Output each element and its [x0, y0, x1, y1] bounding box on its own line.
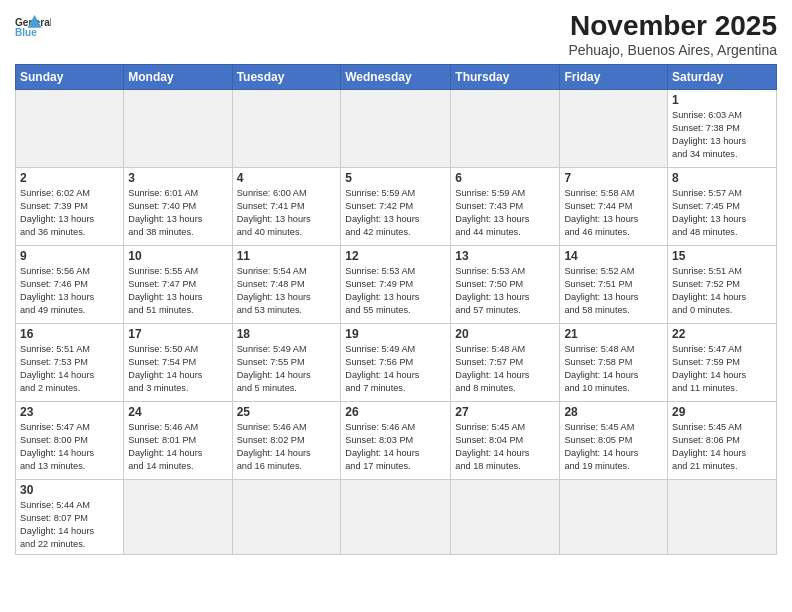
day-number: 12 [345, 249, 446, 263]
day-number: 11 [237, 249, 337, 263]
day-info: Sunrise: 5:56 AM Sunset: 7:46 PM Dayligh… [20, 265, 119, 317]
svg-text:Blue: Blue [15, 27, 37, 38]
day-cell: 4Sunrise: 6:00 AM Sunset: 7:41 PM Daylig… [232, 168, 341, 246]
day-info: Sunrise: 6:00 AM Sunset: 7:41 PM Dayligh… [237, 187, 337, 239]
logo: General Blue [15, 10, 51, 46]
day-cell [341, 480, 451, 555]
weekday-header-saturday: Saturday [668, 65, 777, 90]
day-info: Sunrise: 5:49 AM Sunset: 7:56 PM Dayligh… [345, 343, 446, 395]
day-info: Sunrise: 6:03 AM Sunset: 7:38 PM Dayligh… [672, 109, 772, 161]
day-number: 7 [564, 171, 663, 185]
day-cell [668, 480, 777, 555]
day-info: Sunrise: 6:02 AM Sunset: 7:39 PM Dayligh… [20, 187, 119, 239]
day-cell [451, 90, 560, 168]
week-row-3: 9Sunrise: 5:56 AM Sunset: 7:46 PM Daylig… [16, 246, 777, 324]
header: General Blue November 2025 Pehuajo, Buen… [15, 10, 777, 58]
day-info: Sunrise: 6:01 AM Sunset: 7:40 PM Dayligh… [128, 187, 227, 239]
day-cell: 8Sunrise: 5:57 AM Sunset: 7:45 PM Daylig… [668, 168, 777, 246]
day-cell [451, 480, 560, 555]
day-cell [124, 90, 232, 168]
day-cell: 17Sunrise: 5:50 AM Sunset: 7:54 PM Dayli… [124, 324, 232, 402]
day-info: Sunrise: 5:59 AM Sunset: 7:42 PM Dayligh… [345, 187, 446, 239]
day-cell: 23Sunrise: 5:47 AM Sunset: 8:00 PM Dayli… [16, 402, 124, 480]
day-info: Sunrise: 5:55 AM Sunset: 7:47 PM Dayligh… [128, 265, 227, 317]
week-row-4: 16Sunrise: 5:51 AM Sunset: 7:53 PM Dayli… [16, 324, 777, 402]
week-row-1: 1Sunrise: 6:03 AM Sunset: 7:38 PM Daylig… [16, 90, 777, 168]
day-cell: 7Sunrise: 5:58 AM Sunset: 7:44 PM Daylig… [560, 168, 668, 246]
day-number: 5 [345, 171, 446, 185]
day-cell: 18Sunrise: 5:49 AM Sunset: 7:55 PM Dayli… [232, 324, 341, 402]
day-number: 13 [455, 249, 555, 263]
day-number: 27 [455, 405, 555, 419]
weekday-header-thursday: Thursday [451, 65, 560, 90]
day-cell [560, 480, 668, 555]
day-cell: 21Sunrise: 5:48 AM Sunset: 7:58 PM Dayli… [560, 324, 668, 402]
day-info: Sunrise: 5:53 AM Sunset: 7:50 PM Dayligh… [455, 265, 555, 317]
day-cell: 19Sunrise: 5:49 AM Sunset: 7:56 PM Dayli… [341, 324, 451, 402]
day-number: 21 [564, 327, 663, 341]
day-cell: 13Sunrise: 5:53 AM Sunset: 7:50 PM Dayli… [451, 246, 560, 324]
day-info: Sunrise: 5:47 AM Sunset: 7:59 PM Dayligh… [672, 343, 772, 395]
week-row-6: 30Sunrise: 5:44 AM Sunset: 8:07 PM Dayli… [16, 480, 777, 555]
day-cell: 1Sunrise: 6:03 AM Sunset: 7:38 PM Daylig… [668, 90, 777, 168]
day-info: Sunrise: 5:51 AM Sunset: 7:52 PM Dayligh… [672, 265, 772, 317]
day-cell: 16Sunrise: 5:51 AM Sunset: 7:53 PM Dayli… [16, 324, 124, 402]
day-info: Sunrise: 5:45 AM Sunset: 8:04 PM Dayligh… [455, 421, 555, 473]
week-row-5: 23Sunrise: 5:47 AM Sunset: 8:00 PM Dayli… [16, 402, 777, 480]
day-info: Sunrise: 5:46 AM Sunset: 8:01 PM Dayligh… [128, 421, 227, 473]
day-number: 14 [564, 249, 663, 263]
day-cell: 9Sunrise: 5:56 AM Sunset: 7:46 PM Daylig… [16, 246, 124, 324]
day-info: Sunrise: 5:47 AM Sunset: 8:00 PM Dayligh… [20, 421, 119, 473]
day-cell: 11Sunrise: 5:54 AM Sunset: 7:48 PM Dayli… [232, 246, 341, 324]
day-cell: 22Sunrise: 5:47 AM Sunset: 7:59 PM Dayli… [668, 324, 777, 402]
day-info: Sunrise: 5:44 AM Sunset: 8:07 PM Dayligh… [20, 499, 119, 551]
day-cell [124, 480, 232, 555]
weekday-header-monday: Monday [124, 65, 232, 90]
day-cell: 6Sunrise: 5:59 AM Sunset: 7:43 PM Daylig… [451, 168, 560, 246]
title-area: November 2025 Pehuajo, Buenos Aires, Arg… [568, 10, 777, 58]
day-cell: 25Sunrise: 5:46 AM Sunset: 8:02 PM Dayli… [232, 402, 341, 480]
day-number: 28 [564, 405, 663, 419]
day-cell [341, 90, 451, 168]
day-cell: 2Sunrise: 6:02 AM Sunset: 7:39 PM Daylig… [16, 168, 124, 246]
calendar: SundayMondayTuesdayWednesdayThursdayFrid… [15, 64, 777, 555]
day-info: Sunrise: 5:48 AM Sunset: 7:57 PM Dayligh… [455, 343, 555, 395]
day-info: Sunrise: 5:59 AM Sunset: 7:43 PM Dayligh… [455, 187, 555, 239]
day-info: Sunrise: 5:53 AM Sunset: 7:49 PM Dayligh… [345, 265, 446, 317]
day-number: 4 [237, 171, 337, 185]
day-info: Sunrise: 5:46 AM Sunset: 8:02 PM Dayligh… [237, 421, 337, 473]
day-cell: 14Sunrise: 5:52 AM Sunset: 7:51 PM Dayli… [560, 246, 668, 324]
day-cell: 26Sunrise: 5:46 AM Sunset: 8:03 PM Dayli… [341, 402, 451, 480]
day-number: 25 [237, 405, 337, 419]
day-number: 26 [345, 405, 446, 419]
day-info: Sunrise: 5:52 AM Sunset: 7:51 PM Dayligh… [564, 265, 663, 317]
day-cell: 20Sunrise: 5:48 AM Sunset: 7:57 PM Dayli… [451, 324, 560, 402]
day-cell: 30Sunrise: 5:44 AM Sunset: 8:07 PM Dayli… [16, 480, 124, 555]
day-cell: 29Sunrise: 5:45 AM Sunset: 8:06 PM Dayli… [668, 402, 777, 480]
day-number: 18 [237, 327, 337, 341]
day-cell: 15Sunrise: 5:51 AM Sunset: 7:52 PM Dayli… [668, 246, 777, 324]
day-cell [560, 90, 668, 168]
weekday-header-tuesday: Tuesday [232, 65, 341, 90]
day-number: 30 [20, 483, 119, 497]
day-number: 16 [20, 327, 119, 341]
page: General Blue November 2025 Pehuajo, Buen… [0, 0, 792, 565]
day-info: Sunrise: 5:45 AM Sunset: 8:06 PM Dayligh… [672, 421, 772, 473]
week-row-2: 2Sunrise: 6:02 AM Sunset: 7:39 PM Daylig… [16, 168, 777, 246]
day-number: 9 [20, 249, 119, 263]
day-number: 2 [20, 171, 119, 185]
day-number: 24 [128, 405, 227, 419]
day-number: 17 [128, 327, 227, 341]
day-info: Sunrise: 5:49 AM Sunset: 7:55 PM Dayligh… [237, 343, 337, 395]
day-cell: 28Sunrise: 5:45 AM Sunset: 8:05 PM Dayli… [560, 402, 668, 480]
day-cell: 10Sunrise: 5:55 AM Sunset: 7:47 PM Dayli… [124, 246, 232, 324]
day-number: 29 [672, 405, 772, 419]
day-number: 22 [672, 327, 772, 341]
day-number: 1 [672, 93, 772, 107]
day-info: Sunrise: 5:58 AM Sunset: 7:44 PM Dayligh… [564, 187, 663, 239]
day-number: 10 [128, 249, 227, 263]
weekday-header-sunday: Sunday [16, 65, 124, 90]
day-number: 15 [672, 249, 772, 263]
day-info: Sunrise: 5:45 AM Sunset: 8:05 PM Dayligh… [564, 421, 663, 473]
day-number: 6 [455, 171, 555, 185]
